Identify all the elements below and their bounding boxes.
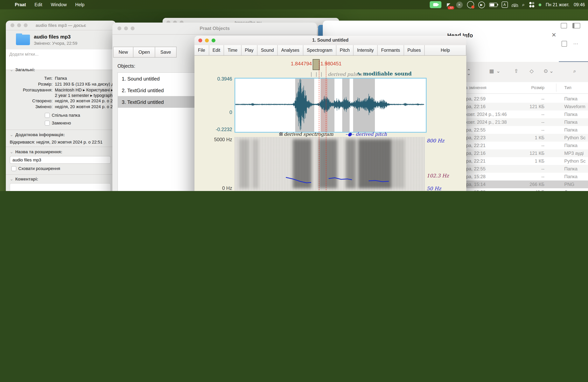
folder-icon: [16, 35, 30, 45]
objects-window-title: Praat Objects: [112, 26, 317, 31]
editor-menu-formants[interactable]: Formants: [378, 45, 404, 55]
file-type: Waveform: [564, 104, 585, 109]
opened-info: Відкривався: неділя, 20 жовтня 2024 р. о…: [10, 140, 103, 144]
sound-editor-window: 1. Sound untitled FileEditTimePlaySoundA…: [194, 36, 466, 191]
file-type: Папка: [564, 119, 578, 125]
editor-menu-pulses[interactable]: Pulses: [404, 45, 425, 55]
info-row-label: Розмір:: [10, 82, 53, 86]
shared-folder-label: Спільна папка: [52, 113, 80, 117]
editor-menu-play[interactable]: Play: [241, 45, 257, 55]
layout-icon[interactable]: [572, 23, 580, 28]
hide-ext-label: Сховати розширення: [18, 166, 60, 171]
file-size: --: [482, 112, 545, 117]
pane-icons: ⋯: [562, 41, 578, 47]
open-button[interactable]: Open: [133, 47, 155, 58]
desktop: transcribe.py — for audio_file in os.li …: [0, 0, 588, 191]
app-status-icon[interactable]: ◤..57: [445, 1, 452, 8]
info-row-label: Розташування:: [10, 87, 53, 92]
file-type: Папка: [564, 174, 578, 179]
pitch-cursor-label: 102.3 Hz: [427, 173, 449, 179]
editor-menu-time[interactable]: Time: [224, 45, 241, 55]
spotlight-icon[interactable]: ⌕: [522, 1, 525, 8]
menu-praat[interactable]: Praat: [15, 2, 26, 7]
editor-menu-file[interactable]: File: [194, 45, 209, 55]
new-button[interactable]: New: [113, 47, 133, 58]
locked-checkbox[interactable]: [45, 121, 50, 126]
menu-window[interactable]: Window: [51, 2, 67, 7]
sort-icon[interactable]: ⌃⌄: [467, 68, 471, 80]
more-actions-icon[interactable]: ⊙ ⌄: [544, 68, 554, 74]
spectrogram-panel[interactable]: [234, 137, 425, 191]
selection-cursor-start: [319, 61, 319, 191]
editor-titlebar[interactable]: 1. Sound untitled: [194, 36, 466, 45]
status-green-dot: [539, 3, 542, 6]
file-type: Папка: [564, 143, 578, 148]
input-source-icon[interactable]: A: [502, 1, 508, 8]
screen-recording-icon[interactable]: [430, 1, 441, 8]
section-comments[interactable]: Коментарі:: [10, 177, 38, 182]
freq-bottom-label: 0 Hz: [209, 186, 232, 191]
file-type: Python Sc: [564, 135, 586, 140]
file-modified: Змінено: Учора, 22:59: [34, 41, 77, 45]
locked-label: Замкнено: [52, 121, 71, 125]
column-size[interactable]: Розмір: [482, 85, 545, 90]
save-button[interactable]: Save: [155, 47, 177, 58]
file-name: audio files mp3: [34, 34, 71, 40]
file-size: --: [482, 96, 545, 102]
control-center-icon[interactable]: [529, 2, 535, 7]
group-view-icon[interactable]: ▦ ⌄: [489, 68, 501, 74]
play-status-icon[interactable]: ▶: [478, 1, 485, 8]
menu-time[interactable]: 09:46: [574, 2, 585, 7]
spectrogram-legend: derived spectrogram: [279, 131, 333, 137]
more-icon[interactable]: ⋯: [573, 41, 578, 47]
file-type: Папка: [564, 127, 578, 133]
hide-ext-checkbox[interactable]: [11, 166, 16, 171]
share-icon[interactable]: ⇧: [514, 68, 518, 74]
selection-start-time: 1.844794: [289, 61, 312, 66]
menu-help[interactable]: Help: [75, 2, 84, 7]
info-row-value: 121 393 Б (123 КБ на диску) для 2: [55, 82, 114, 86]
file-type: MP3 ауді: [564, 150, 584, 156]
editor-menu-intensity[interactable]: Intensity: [354, 45, 378, 55]
section-general[interactable]: Загальні:: [10, 67, 35, 72]
column-type[interactable]: Тип: [564, 85, 571, 90]
tags-field[interactable]: Додати мітки...: [6, 49, 116, 70]
editor-menu-help[interactable]: Help: [425, 45, 466, 55]
menu-edit[interactable]: Edit: [35, 2, 42, 7]
menu-bar: PraatEditWindowHelp◤..57✕▶A⌕Пн 21 жовт.0…: [0, 0, 588, 9]
status-badge: ..57: [447, 6, 454, 9]
info-row-value: неділя, 20 жовтня 2024 р. о 22:59: [55, 104, 114, 109]
tag-icon[interactable]: ◇: [530, 68, 534, 74]
file-size: --: [482, 166, 545, 171]
selection-end-time: 1.980451: [320, 61, 341, 66]
wifi-icon[interactable]: [512, 2, 518, 7]
file-size: 49 Б: [482, 190, 545, 191]
excel-status-icon[interactable]: ✕: [456, 1, 462, 8]
editor-menu-analyses[interactable]: Analyses: [278, 45, 303, 55]
selection-handle[interactable]: [313, 59, 320, 70]
pane-icon[interactable]: [562, 41, 567, 47]
section-name-ext[interactable]: Назва та розширення:: [10, 149, 62, 154]
menu-date[interactable]: Пн 21 жовт.: [546, 2, 569, 7]
info-row-value: Macintosh HD ▸ Користувачі ▸ kyr: [55, 87, 114, 93]
waveform-panel[interactable]: [234, 78, 427, 133]
objects-toolbar: NewOpenSave: [113, 47, 176, 58]
editor-menu-spectrogram[interactable]: Spectrogram: [303, 45, 336, 55]
editor-menu-edit[interactable]: Edit: [209, 45, 224, 55]
freq-top-label: 5000 Hz: [209, 137, 232, 142]
close-icon[interactable]: ✕: [551, 32, 556, 39]
record-dot: [471, 5, 474, 9]
shared-folder-checkbox[interactable]: [45, 113, 50, 118]
menu-status-area: ◤..57✕▶A⌕Пн 21 жовт.09:46: [430, 0, 585, 9]
editor-menu-pitch[interactable]: Pitch: [336, 45, 354, 55]
file-size: 121 КБ: [482, 150, 545, 156]
search-icon[interactable]: ⌕: [573, 68, 576, 74]
record-status-icon[interactable]: [467, 1, 474, 8]
comments-box[interactable]: [10, 183, 111, 191]
amp-max-label: 0.3946: [209, 76, 232, 82]
sidebar-toggle-icon[interactable]: [561, 23, 567, 28]
name-ext-input[interactable]: audio files mp3: [10, 156, 111, 164]
editor-menu-sound[interactable]: Sound: [257, 45, 278, 55]
section-more-info[interactable]: Додаткова інформація:: [10, 132, 65, 137]
pitch-max-label: 800 Hz: [427, 138, 444, 144]
